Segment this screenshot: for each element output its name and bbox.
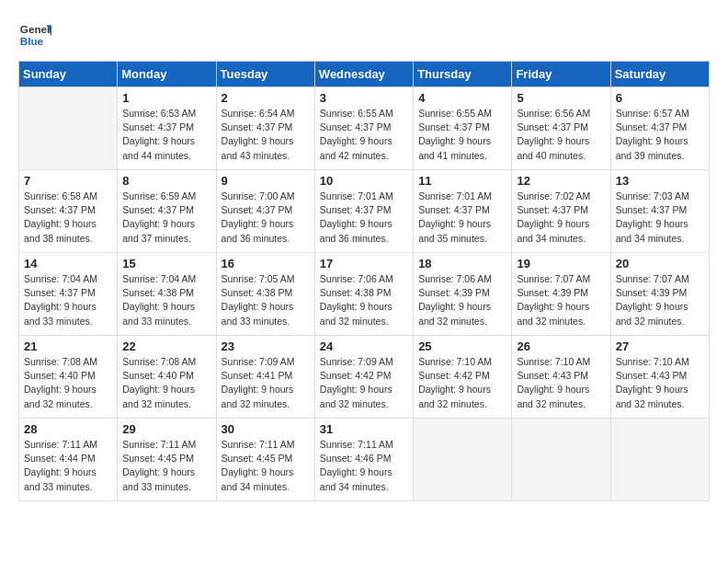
day-info: Sunrise: 7:04 AMSunset: 4:37 PMDaylight:… [24,272,112,328]
column-header-wednesday: Wednesday [314,62,413,87]
svg-text:General: General [20,23,51,35]
day-info: Sunrise: 7:06 AMSunset: 4:39 PMDaylight:… [418,272,506,328]
calendar-cell: 27 Sunrise: 7:10 AMSunset: 4:43 PMDaylig… [610,336,709,419]
day-number: 11 [418,174,506,188]
day-info: Sunrise: 7:09 AMSunset: 4:41 PMDaylight:… [222,355,310,411]
calendar-cell: 14 Sunrise: 7:04 AMSunset: 4:37 PMDaylig… [19,253,118,336]
calendar-cell: 25 Sunrise: 7:10 AMSunset: 4:42 PMDaylig… [414,336,512,419]
day-info: Sunrise: 7:10 AMSunset: 4:43 PMDaylight:… [616,355,704,411]
logo: General Blue [18,18,51,52]
day-number: 16 [222,257,310,270]
day-info: Sunrise: 6:53 AMSunset: 4:37 PMDaylight:… [122,107,210,163]
calendar-cell [512,419,610,501]
calendar-cell: 8 Sunrise: 6:59 AMSunset: 4:37 PMDayligh… [118,170,216,253]
calendar-cell: 3 Sunrise: 6:55 AMSunset: 4:37 PMDayligh… [314,87,413,170]
day-number: 13 [616,174,704,188]
calendar-cell [610,419,709,501]
day-info: Sunrise: 6:54 AMSunset: 4:37 PMDaylight:… [222,107,310,163]
day-number: 6 [616,91,704,105]
calendar-cell: 9 Sunrise: 7:00 AMSunset: 4:37 PMDayligh… [216,170,314,253]
day-info: Sunrise: 7:00 AMSunset: 4:37 PMDaylight:… [222,190,310,246]
day-number: 5 [517,91,605,105]
calendar-cell [414,419,512,501]
day-number: 26 [517,339,605,353]
day-number: 21 [24,339,112,353]
calendar-cell: 10 Sunrise: 7:01 AMSunset: 4:37 PMDaylig… [314,170,413,253]
day-number: 19 [517,257,605,270]
calendar-cell: 6 Sunrise: 6:57 AMSunset: 4:37 PMDayligh… [610,87,709,170]
calendar-cell [19,87,118,170]
calendar-cell: 21 Sunrise: 7:08 AMSunset: 4:40 PMDaylig… [19,336,118,419]
calendar-cell: 26 Sunrise: 7:10 AMSunset: 4:43 PMDaylig… [512,336,610,419]
day-number: 17 [320,257,408,270]
svg-text:Blue: Blue [20,35,44,47]
day-info: Sunrise: 7:01 AMSunset: 4:37 PMDaylight:… [418,190,506,246]
calendar-cell: 4 Sunrise: 6:55 AMSunset: 4:37 PMDayligh… [414,87,512,170]
day-info: Sunrise: 7:02 AMSunset: 4:37 PMDaylight:… [517,190,605,246]
calendar-cell: 1 Sunrise: 6:53 AMSunset: 4:37 PMDayligh… [118,87,216,170]
logo-icon: General Blue [18,18,51,52]
day-info: Sunrise: 7:10 AMSunset: 4:42 PMDaylight:… [418,355,506,411]
calendar-cell: 30 Sunrise: 7:11 AMSunset: 4:45 PMDaylig… [216,419,314,501]
day-info: Sunrise: 7:06 AMSunset: 4:38 PMDaylight:… [320,272,408,328]
day-number: 27 [616,339,704,353]
day-number: 22 [122,339,210,353]
day-info: Sunrise: 7:08 AMSunset: 4:40 PMDaylight:… [24,355,112,411]
day-info: Sunrise: 6:55 AMSunset: 4:37 PMDaylight:… [320,107,408,163]
day-number: 20 [616,257,704,270]
day-number: 29 [122,422,210,436]
week-row-4: 21 Sunrise: 7:08 AMSunset: 4:40 PMDaylig… [19,336,710,419]
calendar-cell: 7 Sunrise: 6:58 AMSunset: 4:37 PMDayligh… [19,170,118,253]
day-number: 2 [222,91,310,105]
day-number: 10 [320,174,408,188]
calendar-cell: 20 Sunrise: 7:07 AMSunset: 4:39 PMDaylig… [610,253,709,336]
calendar-cell: 18 Sunrise: 7:06 AMSunset: 4:39 PMDaylig… [414,253,512,336]
day-number: 15 [122,257,210,270]
day-info: Sunrise: 7:11 AMSunset: 4:46 PMDaylight:… [320,438,408,494]
day-number: 3 [320,91,408,105]
day-info: Sunrise: 7:11 AMSunset: 4:45 PMDaylight:… [122,438,210,494]
calendar-cell: 29 Sunrise: 7:11 AMSunset: 4:45 PMDaylig… [118,419,216,501]
calendar-cell: 13 Sunrise: 7:03 AMSunset: 4:37 PMDaylig… [610,170,709,253]
day-number: 14 [24,257,112,270]
day-info: Sunrise: 6:58 AMSunset: 4:37 PMDaylight:… [24,190,112,246]
day-info: Sunrise: 6:55 AMSunset: 4:37 PMDaylight:… [418,107,506,163]
day-number: 24 [320,339,408,353]
day-info: Sunrise: 6:57 AMSunset: 4:37 PMDaylight:… [616,107,704,163]
day-info: Sunrise: 7:08 AMSunset: 4:40 PMDaylight:… [122,355,210,411]
day-info: Sunrise: 7:04 AMSunset: 4:38 PMDaylight:… [122,272,210,328]
week-row-2: 7 Sunrise: 6:58 AMSunset: 4:37 PMDayligh… [19,170,710,253]
day-info: Sunrise: 6:59 AMSunset: 4:37 PMDaylight:… [122,190,210,246]
calendar-cell: 17 Sunrise: 7:06 AMSunset: 4:38 PMDaylig… [314,253,413,336]
day-number: 28 [24,422,112,436]
calendar-table: SundayMondayTuesdayWednesdayThursdayFrid… [18,61,710,501]
column-header-tuesday: Tuesday [216,62,314,87]
column-header-sunday: Sunday [19,62,118,87]
day-info: Sunrise: 7:07 AMSunset: 4:39 PMDaylight:… [517,272,605,328]
day-number: 1 [122,91,210,105]
calendar-cell: 23 Sunrise: 7:09 AMSunset: 4:41 PMDaylig… [216,336,314,419]
day-info: Sunrise: 7:05 AMSunset: 4:38 PMDaylight:… [222,272,310,328]
day-number: 25 [418,339,506,353]
column-header-thursday: Thursday [414,62,512,87]
page-header: General Blue [18,18,710,52]
day-number: 30 [222,422,310,436]
day-info: Sunrise: 7:01 AMSunset: 4:37 PMDaylight:… [320,190,408,246]
day-number: 23 [222,339,310,353]
day-number: 31 [320,422,408,436]
column-header-friday: Friday [512,62,610,87]
day-info: Sunrise: 7:03 AMSunset: 4:37 PMDaylight:… [616,190,704,246]
day-info: Sunrise: 7:11 AMSunset: 4:45 PMDaylight:… [222,438,310,494]
week-row-5: 28 Sunrise: 7:11 AMSunset: 4:44 PMDaylig… [19,419,710,501]
calendar-cell: 28 Sunrise: 7:11 AMSunset: 4:44 PMDaylig… [19,419,118,501]
column-header-monday: Monday [118,62,216,87]
week-row-3: 14 Sunrise: 7:04 AMSunset: 4:37 PMDaylig… [19,253,710,336]
day-number: 7 [24,174,112,188]
day-number: 12 [517,174,605,188]
day-info: Sunrise: 7:09 AMSunset: 4:42 PMDaylight:… [320,355,408,411]
day-number: 18 [418,257,506,270]
calendar-cell: 24 Sunrise: 7:09 AMSunset: 4:42 PMDaylig… [314,336,413,419]
day-number: 9 [222,174,310,188]
day-info: Sunrise: 7:11 AMSunset: 4:44 PMDaylight:… [24,438,112,494]
day-info: Sunrise: 7:07 AMSunset: 4:39 PMDaylight:… [616,272,704,328]
